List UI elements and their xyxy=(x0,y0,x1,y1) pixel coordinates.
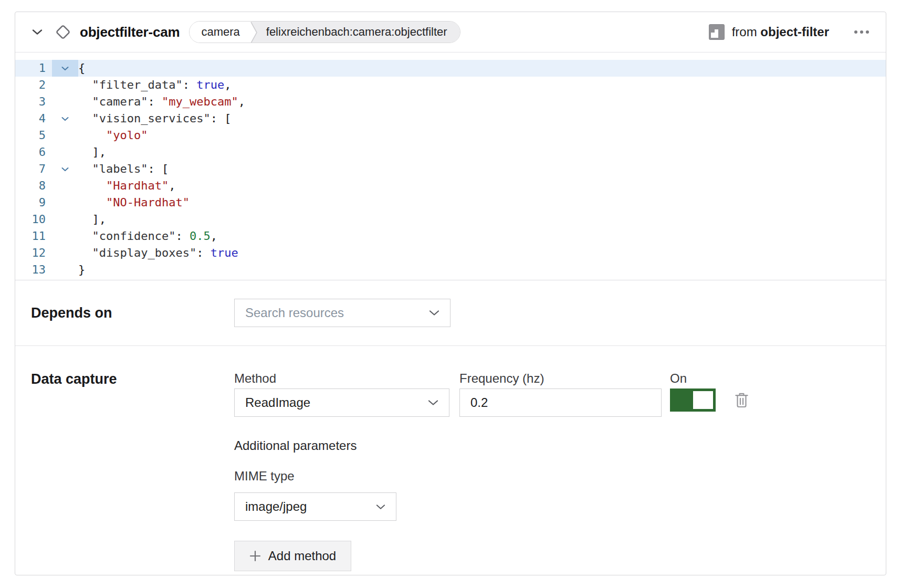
code-text: ], xyxy=(78,144,886,161)
code-text: "Hardhat", xyxy=(78,177,886,194)
toggle-knob xyxy=(693,391,713,409)
code-text: "vision_services": [ xyxy=(78,110,886,127)
code-text: "labels": [ xyxy=(78,161,886,177)
line-number: 2 xyxy=(15,77,52,93)
toggle-on-label: On xyxy=(670,371,716,386)
data-capture-fields: Method ReadImage Frequency (hz) On xyxy=(234,371,749,571)
from-module-name: object-filter xyxy=(760,25,829,39)
chevron-down-icon xyxy=(376,504,385,510)
code-text: { xyxy=(78,60,886,77)
line-number: 11 xyxy=(15,228,52,245)
resource-type-breadcrumb: camera felixreichenbach:camera:objectfil… xyxy=(189,21,460,43)
json-attributes-editor[interactable]: 1{2 "filter_data": true,3 "camera": "my_… xyxy=(15,52,886,280)
mime-type-select[interactable]: image/jpeg xyxy=(234,492,396,521)
chevron-down-icon xyxy=(428,400,438,406)
data-capture-label: Data capture xyxy=(31,371,234,387)
line-number: 8 xyxy=(15,177,52,194)
code-text: "confidence": 0.5, xyxy=(78,228,886,245)
breadcrumb-separator-icon xyxy=(248,22,259,43)
line-number: 9 xyxy=(15,194,52,211)
plus-icon xyxy=(249,550,261,562)
frequency-input[interactable] xyxy=(459,388,662,417)
line-number: 4 xyxy=(15,110,52,127)
depends-on-section: Depends on Search resources xyxy=(15,280,886,346)
method-field: Method ReadImage xyxy=(234,371,449,417)
module-icon xyxy=(709,24,725,40)
fold-spacer xyxy=(52,211,78,228)
fold-spacer xyxy=(52,144,78,161)
fold-chevron-icon[interactable] xyxy=(52,161,78,177)
depends-on-label: Depends on xyxy=(31,305,234,321)
code-line[interactable]: 13} xyxy=(15,261,886,278)
additional-parameters-label: Additional parameters xyxy=(234,438,749,453)
code-line[interactable]: 10 ], xyxy=(15,211,886,228)
search-resources-select[interactable]: Search resources xyxy=(234,299,450,327)
method-select[interactable]: ReadImage xyxy=(234,388,449,417)
fold-spacer xyxy=(52,228,78,245)
code-text: "filter_data": true, xyxy=(78,77,886,93)
collapse-chevron-icon[interactable] xyxy=(31,28,44,36)
mime-type-value: image/jpeg xyxy=(245,499,307,514)
code-line[interactable]: 1{ xyxy=(15,60,886,77)
line-number: 10 xyxy=(15,211,52,228)
mime-type-label: MIME type xyxy=(234,469,749,484)
code-line[interactable]: 12 "display_boxes": true xyxy=(15,245,886,261)
resource-config-card: objectfilter-cam camera felixreichenbach… xyxy=(15,12,886,575)
capture-on-toggle[interactable] xyxy=(670,388,716,412)
code-line[interactable]: 3 "camera": "my_webcam", xyxy=(15,93,886,110)
line-number: 3 xyxy=(15,93,52,110)
add-method-button[interactable]: Add method xyxy=(234,541,351,571)
method-value: ReadImage xyxy=(245,395,310,410)
fold-spacer xyxy=(52,194,78,211)
fold-spacer xyxy=(52,127,78,144)
fold-spacer xyxy=(52,245,78,261)
delete-method-button[interactable] xyxy=(735,392,749,408)
frequency-field: Frequency (hz) xyxy=(459,371,662,417)
fold-chevron-icon[interactable] xyxy=(52,110,78,127)
breadcrumb-type: camera xyxy=(190,22,248,43)
fold-spacer xyxy=(52,77,78,93)
code-line[interactable]: 11 "confidence": 0.5, xyxy=(15,228,886,245)
code-line[interactable]: 8 "Hardhat", xyxy=(15,177,886,194)
code-line[interactable]: 2 "filter_data": true, xyxy=(15,77,886,93)
resource-title: objectfilter-cam xyxy=(80,24,180,40)
code-line[interactable]: 9 "NO-Hardhat" xyxy=(15,194,886,211)
line-number: 1 xyxy=(15,60,52,77)
code-text: "display_boxes": true xyxy=(78,245,886,261)
data-capture-section: Data capture Method ReadImage Frequency … xyxy=(15,346,886,587)
diamond-icon xyxy=(54,23,72,41)
ellipsis-menu-icon[interactable] xyxy=(853,27,870,37)
from-prefix: from xyxy=(732,25,761,39)
line-number: 6 xyxy=(15,144,52,161)
code-line[interactable]: 6 ], xyxy=(15,144,886,161)
line-number: 5 xyxy=(15,127,52,144)
add-method-label: Add method xyxy=(268,549,336,563)
card-header: objectfilter-cam camera felixreichenbach… xyxy=(15,12,886,52)
code-line[interactable]: 5 "yolo" xyxy=(15,127,886,144)
fold-spacer xyxy=(52,177,78,194)
fold-chevron-icon[interactable] xyxy=(52,60,78,77)
search-resources-placeholder: Search resources xyxy=(245,306,344,320)
code-text: "NO-Hardhat" xyxy=(78,194,886,211)
method-label: Method xyxy=(234,371,449,386)
fold-spacer xyxy=(52,261,78,278)
chevron-down-icon xyxy=(429,310,439,316)
code-line[interactable]: 7 "labels": [ xyxy=(15,161,886,177)
line-number: 12 xyxy=(15,245,52,261)
trash-icon xyxy=(735,392,749,408)
code-line[interactable]: 4 "vision_services": [ xyxy=(15,110,886,127)
capture-toggle-field: On xyxy=(670,371,716,412)
frequency-label: Frequency (hz) xyxy=(459,371,662,386)
code-text: "yolo" xyxy=(78,127,886,144)
breadcrumb-model: felixreichenbach:camera:objectfilter xyxy=(259,22,460,43)
code-text: "camera": "my_webcam", xyxy=(78,93,886,110)
code-text: } xyxy=(78,261,886,278)
fold-spacer xyxy=(52,93,78,110)
line-number: 13 xyxy=(15,261,52,278)
code-text: ], xyxy=(78,211,886,228)
line-number: 7 xyxy=(15,161,52,177)
from-module-link[interactable]: from object-filter xyxy=(732,25,829,39)
